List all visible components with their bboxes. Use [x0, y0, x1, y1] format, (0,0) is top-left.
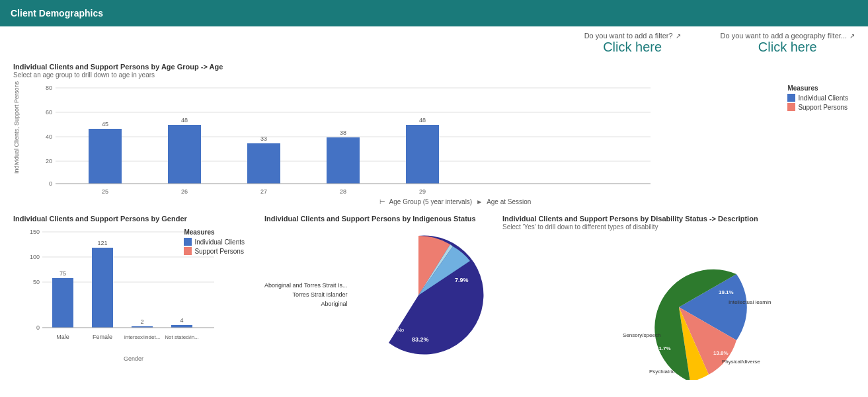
age-chart-y-label: Individual Clients, Support Persons [13, 81, 20, 174]
svg-rect-13 [168, 125, 201, 184]
svg-text:28: 28 [340, 188, 346, 195]
gender-legend: Measures Individual Clients Support Pers… [184, 229, 245, 256]
svg-text:25: 25 [102, 188, 108, 195]
svg-text:60: 60 [46, 109, 52, 116]
filter-bar: Do you want to add a filter? ↗ Click her… [0, 26, 868, 57]
gender-chart-area: Measures Individual Clients Support Pers… [16, 225, 251, 362]
drill-age-group[interactable]: Age Group (5 year intervals) [389, 198, 473, 205]
svg-rect-37 [92, 248, 113, 328]
bottom-charts: Individual Clients and Support Persons b… [0, 209, 868, 385]
filter2-label: Do you want to add a geography filter...… [721, 32, 855, 40]
disability-chart-title: Individual Clients and Support Persons b… [502, 215, 855, 223]
disability-chart-section: Individual Clients and Support Persons b… [502, 215, 855, 380]
gender-legend-title: Measures [184, 229, 245, 236]
svg-text:0: 0 [49, 180, 52, 187]
svg-text:150: 150 [30, 229, 40, 235]
gender-support-color [184, 247, 192, 255]
age-legend-individual: Individual Clients [787, 94, 848, 102]
indigenous-chart-container: Aboriginal and Torres Strait Is... Torre… [264, 229, 489, 363]
svg-text:38: 38 [340, 129, 346, 136]
age-chart-area: Measures Individual Clients Support Pers… [22, 81, 855, 205]
label-torres: Torres Strait Islander [264, 291, 347, 298]
svg-text:40: 40 [46, 133, 52, 140]
svg-text:13.8%: 13.8% [713, 350, 729, 356]
page-title: Client Demographics [11, 8, 103, 18]
svg-rect-16 [247, 143, 280, 184]
age-drill-bar: ⊢ Age Group (5 year intervals) ► Age at … [56, 198, 855, 205]
external-link-icon: ↗ [676, 32, 681, 40]
indigenous-pie-svg: 7.9% 83.2% No [352, 229, 485, 361]
svg-text:4: 4 [180, 317, 183, 324]
svg-text:50: 50 [33, 279, 40, 285]
svg-text:83.2%: 83.2% [412, 336, 429, 343]
svg-text:Psychiatric: Psychiatric [649, 369, 675, 375]
indigenous-chart-title: Individual Clients and Support Persons b… [264, 215, 489, 223]
svg-text:27: 27 [260, 188, 267, 195]
svg-text:Female: Female [93, 334, 112, 340]
filter2-link[interactable]: Click here [721, 40, 855, 55]
gender-chart-section: Individual Clients and Support Persons b… [13, 215, 251, 380]
svg-text:100: 100 [30, 254, 40, 260]
age-chart-legend: Measures Individual Clients Support Pers… [787, 85, 848, 112]
gender-individual-color [184, 238, 192, 246]
disability-chart-container: Intellectual learning 19.1% Physical/div… [502, 235, 855, 380]
external-link-icon2: ↗ [849, 32, 855, 40]
age-legend-title: Measures [787, 85, 848, 92]
svg-text:19.1%: 19.1% [719, 289, 734, 295]
age-chart-title: Individual Clients and Support Persons b… [13, 63, 855, 71]
svg-text:0: 0 [36, 324, 40, 331]
page-header: Client Demographics [0, 0, 868, 26]
age-chart-section: Individual Clients and Support Persons b… [0, 57, 868, 209]
svg-text:75: 75 [59, 270, 66, 277]
svg-text:6.1%: 6.1% [634, 341, 646, 347]
drill-age-session[interactable]: Age at Session [487, 198, 531, 205]
gender-legend-individual: Individual Clients [184, 238, 245, 246]
gender-chart-title: Individual Clients and Support Persons b… [13, 215, 251, 223]
drill-icon: ⊢ [379, 198, 385, 205]
svg-text:2: 2 [140, 318, 143, 325]
svg-text:48: 48 [181, 117, 188, 124]
svg-text:80: 80 [46, 85, 52, 91]
svg-text:29: 29 [419, 188, 426, 195]
filter2-item: Do you want to add a geography filter...… [721, 32, 855, 55]
svg-text:48: 48 [419, 117, 426, 124]
svg-rect-19 [327, 137, 360, 184]
svg-text:Physical/diverse: Physical/diverse [722, 359, 760, 365]
svg-text:20: 20 [46, 158, 52, 164]
age-legend-support: Support Persons [787, 103, 848, 111]
svg-text:No: No [397, 327, 405, 333]
filter1-link[interactable]: Click here [584, 40, 681, 55]
svg-text:45: 45 [102, 121, 108, 127]
indigenous-pie-wrapper: 7.9% 83.2% No [352, 229, 485, 363]
individual-clients-color [787, 94, 795, 102]
filter1-label: Do you want to add a filter? ↗ [584, 32, 681, 40]
support-persons-color [787, 103, 795, 111]
svg-text:Not stated/in...: Not stated/in... [165, 334, 199, 340]
svg-rect-22 [406, 125, 439, 184]
svg-text:Male: Male [56, 334, 69, 340]
indigenous-labels: Aboriginal and Torres Strait Is... Torre… [264, 282, 347, 310]
label-aboriginal-torres: Aboriginal and Torres Strait Is... [264, 282, 347, 289]
svg-text:7.9%: 7.9% [455, 277, 469, 283]
age-chart-subtitle: Select an age group to drill down to age… [13, 71, 855, 79]
disability-pie-svg: Intellectual learning 19.1% Physical/div… [586, 235, 771, 380]
age-chart-svg: 80 60 40 20 0 45 25 48 26 33 27 38 [22, 81, 657, 197]
svg-rect-43 [171, 325, 192, 328]
disability-chart-subtitle: Select 'Yes' to drill down to different … [502, 223, 855, 231]
svg-text:26: 26 [181, 188, 188, 195]
svg-text:61.7%: 61.7% [656, 345, 671, 351]
svg-text:121: 121 [97, 240, 107, 246]
svg-text:33: 33 [260, 135, 267, 142]
svg-text:Sensory/speech: Sensory/speech [623, 332, 660, 338]
gender-x-label: Gender [16, 355, 251, 362]
drill-arrow: ► [476, 198, 483, 205]
svg-rect-10 [89, 129, 122, 184]
gender-legend-support: Support Persons [184, 247, 245, 255]
filter1-item: Do you want to add a filter? ↗ Click her… [584, 32, 681, 55]
svg-text:Intellectual learning: Intellectual learning [729, 299, 771, 305]
indigenous-chart-section: Individual Clients and Support Persons b… [264, 215, 489, 380]
svg-text:Intersex/indet...: Intersex/indet... [124, 334, 161, 340]
label-aboriginal: Aboriginal [264, 301, 347, 307]
svg-rect-34 [52, 278, 73, 328]
